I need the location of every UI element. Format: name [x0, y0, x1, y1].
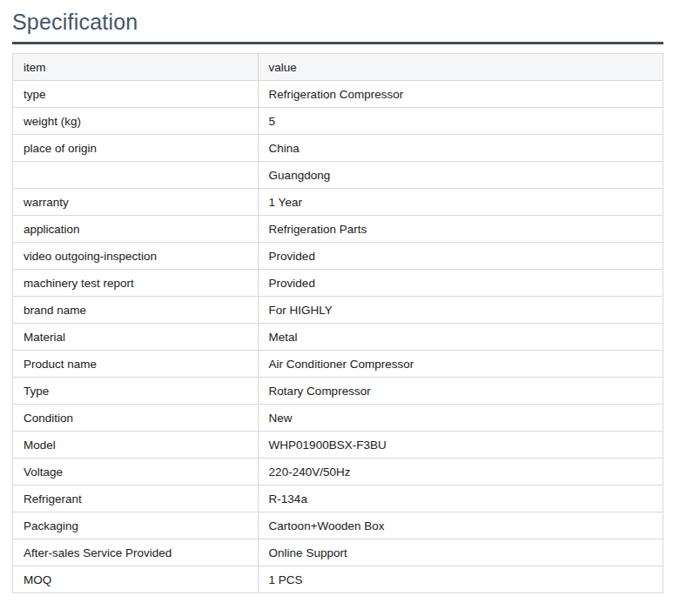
spec-item-cell: Packaging	[13, 512, 259, 539]
spec-item-cell: MOQ	[13, 566, 259, 593]
spec-item-cell: application	[13, 216, 259, 243]
spec-item-cell: Voltage	[13, 459, 259, 485]
table-row: TypeRotary Compressor	[13, 378, 663, 405]
table-row: ModelWHP01900BSX-F3BU	[13, 432, 663, 459]
table-row: ConditionNew	[13, 405, 663, 432]
spec-item-cell: warranty	[13, 189, 259, 216]
table-row: PackagingCartoon+Wooden Box	[13, 512, 663, 539]
table-row: Guangdong	[13, 162, 663, 189]
spec-value-cell: Refrigeration Parts	[258, 216, 663, 243]
spec-value-cell: Metal	[258, 324, 663, 351]
spec-item-cell: Type	[13, 378, 259, 405]
title-underline	[12, 42, 663, 44]
spec-value-cell: WHP01900BSX-F3BU	[258, 432, 663, 459]
spec-value-cell: For HIGHLY	[258, 297, 663, 324]
spec-item-cell: Condition	[13, 405, 259, 432]
table-row: Product nameAir Conditioner Compressor	[13, 351, 663, 378]
table-row: After-sales Service ProvidedOnline Suppo…	[13, 539, 663, 566]
table-row: warranty1 Year	[13, 189, 663, 216]
spec-value-cell: 1 PCS	[258, 566, 663, 593]
spec-item-cell	[13, 162, 259, 189]
spec-value-cell: 1 Year	[258, 189, 663, 216]
spec-item-cell: Model	[13, 432, 259, 459]
spec-item-cell: Material	[13, 324, 259, 351]
spec-value-cell: China	[258, 135, 663, 162]
table-row: Voltage220-240V/50Hz	[13, 459, 663, 485]
table-row: typeRefrigeration Compressor	[13, 81, 663, 108]
spec-item-cell: machinery test report	[13, 270, 259, 297]
spec-item-cell: Product name	[13, 351, 259, 378]
table-row: video outgoing-inspectionProvided	[13, 243, 663, 270]
spec-value-cell: 220-240V/50Hz	[258, 459, 663, 485]
spec-item-cell: weight (kg)	[13, 108, 259, 135]
spec-table: item value typeRefrigeration Compressorw…	[12, 53, 663, 593]
spec-value-cell: Provided	[258, 243, 663, 270]
spec-value-cell: Online Support	[258, 539, 663, 566]
spec-value-cell: Provided	[258, 270, 663, 297]
table-row: place of originChina	[13, 135, 663, 162]
table-row: weight (kg)5	[13, 108, 663, 135]
spec-item-cell: video outgoing-inspection	[13, 243, 259, 270]
spec-value-cell: Guangdong	[258, 162, 663, 189]
table-header-row: item value	[13, 54, 663, 81]
spec-value-cell: Cartoon+Wooden Box	[258, 512, 663, 539]
table-row: brand nameFor HIGHLY	[13, 297, 663, 324]
table-row: machinery test reportProvided	[13, 270, 663, 297]
spec-item-cell: type	[13, 81, 259, 108]
table-row: MOQ1 PCS	[13, 566, 663, 593]
table-row: applicationRefrigeration Parts	[13, 216, 663, 243]
specification-section: Specification item value typeRefrigerati…	[0, 0, 673, 593]
spec-item-cell: After-sales Service Provided	[13, 539, 259, 566]
page-title: Specification	[12, 0, 663, 36]
spec-value-cell: 5	[258, 108, 663, 135]
table-row: RefrigerantR-134a	[13, 485, 663, 512]
table-row: MaterialMetal	[13, 324, 663, 351]
spec-value-cell: Air Conditioner Compressor	[258, 351, 663, 378]
spec-value-cell: R-134a	[258, 485, 663, 512]
spec-value-cell: New	[258, 405, 663, 432]
spec-item-cell: brand name	[13, 297, 259, 324]
column-header-item: item	[13, 54, 259, 81]
spec-item-cell: Refrigerant	[13, 485, 259, 512]
spec-value-cell: Refrigeration Compressor	[258, 81, 663, 108]
spec-value-cell: Rotary Compressor	[258, 378, 663, 405]
spec-item-cell: place of origin	[13, 135, 259, 162]
column-header-value: value	[258, 54, 663, 81]
